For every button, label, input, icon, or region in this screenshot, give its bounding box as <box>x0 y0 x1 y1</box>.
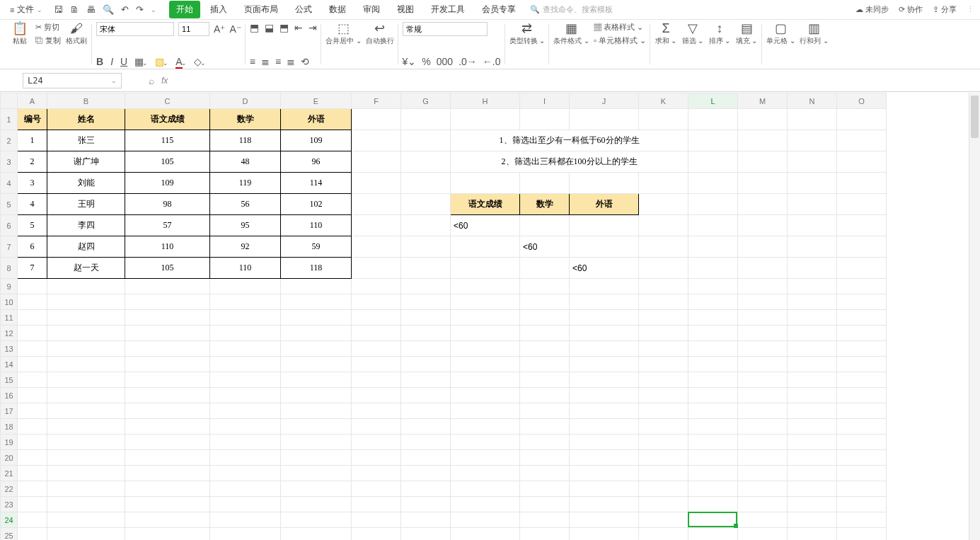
cell-K21[interactable] <box>639 466 688 481</box>
cell-M9[interactable] <box>738 279 788 294</box>
cell-A10[interactable] <box>18 294 47 310</box>
cell-I20[interactable] <box>520 450 570 466</box>
col-header-K[interactable]: K <box>639 93 688 109</box>
row-header-3[interactable]: 3 <box>1 151 18 173</box>
cell-C25[interactable] <box>125 528 210 541</box>
cell-B22[interactable] <box>47 481 125 497</box>
cell-I11[interactable] <box>520 310 570 326</box>
cell-N6[interactable] <box>788 215 837 236</box>
cell-K12[interactable] <box>639 326 688 341</box>
cell-N17[interactable] <box>788 403 837 419</box>
dec-dec-icon[interactable]: ←.0 <box>483 56 501 67</box>
cell-A6[interactable]: 5 <box>18 215 47 236</box>
cell-J13[interactable] <box>570 341 639 357</box>
cell-D8[interactable]: 110 <box>210 258 281 279</box>
cell-G25[interactable] <box>401 528 451 541</box>
cell-C23[interactable] <box>125 497 210 512</box>
cell-N20[interactable] <box>788 450 837 466</box>
cell-K19[interactable] <box>639 435 688 450</box>
cell-J1[interactable] <box>570 109 639 130</box>
undo-icon[interactable]: ↶ <box>121 4 129 15</box>
cell-J7[interactable] <box>570 236 639 258</box>
cell-G11[interactable] <box>401 310 451 326</box>
cell-F6[interactable] <box>352 215 401 236</box>
cell-A2[interactable]: 1 <box>18 130 47 151</box>
cell-I4[interactable] <box>520 173 570 194</box>
cell-H1[interactable] <box>451 109 520 130</box>
cell-L3[interactable] <box>688 151 738 173</box>
cell-F21[interactable] <box>352 466 401 481</box>
cell-O15[interactable] <box>837 372 887 388</box>
cell-N1[interactable] <box>788 109 837 130</box>
cell-A14[interactable] <box>18 357 47 372</box>
cell-C20[interactable] <box>125 450 210 466</box>
cell-D11[interactable] <box>210 310 281 326</box>
cell-H5[interactable]: 语文成绩 <box>451 194 520 215</box>
cell-B17[interactable] <box>47 403 125 419</box>
row-header-11[interactable]: 11 <box>1 310 18 326</box>
cell-E3[interactable]: 96 <box>281 151 352 173</box>
cell-F2[interactable] <box>352 130 401 151</box>
cell-G18[interactable] <box>401 419 451 435</box>
cell-H14[interactable] <box>451 357 520 372</box>
cell-E19[interactable] <box>281 435 352 450</box>
cell-I18[interactable] <box>520 419 570 435</box>
cell-K5[interactable] <box>639 194 688 215</box>
align-middle-icon[interactable]: ⬓ <box>265 22 274 33</box>
row-header-24[interactable]: 24 <box>1 512 18 528</box>
cell-H3[interactable]: 2、筛选出三科都在100分以上的学生 <box>451 151 688 173</box>
row-header-5[interactable]: 5 <box>1 194 18 215</box>
cell-I23[interactable] <box>520 497 570 512</box>
cell-A16[interactable] <box>18 388 47 403</box>
cell-I12[interactable] <box>520 326 570 341</box>
cell-A5[interactable]: 4 <box>18 194 47 215</box>
indent-left-icon[interactable]: ⇤ <box>294 22 303 33</box>
cell-C12[interactable] <box>125 326 210 341</box>
cell-L13[interactable] <box>688 341 738 357</box>
cell-L7[interactable] <box>688 236 738 258</box>
cell-H10[interactable] <box>451 294 520 310</box>
cell-E2[interactable]: 109 <box>281 130 352 151</box>
cell-C16[interactable] <box>125 388 210 403</box>
cell-D13[interactable] <box>210 341 281 357</box>
cell-L14[interactable] <box>688 357 738 372</box>
cell-C5[interactable]: 98 <box>125 194 210 215</box>
cell-A22[interactable] <box>18 481 47 497</box>
cell-B21[interactable] <box>47 466 125 481</box>
cell-B25[interactable] <box>47 528 125 541</box>
cell-H6[interactable]: <60 <box>451 215 520 236</box>
cell-K8[interactable] <box>639 258 688 279</box>
cell-H21[interactable] <box>451 466 520 481</box>
col-header-L[interactable]: L <box>688 93 738 109</box>
cell-L2[interactable] <box>688 130 738 151</box>
cell-O22[interactable] <box>837 481 887 497</box>
cell-I17[interactable] <box>520 403 570 419</box>
cell-J4[interactable] <box>570 173 639 194</box>
cell-E18[interactable] <box>281 419 352 435</box>
cell-C21[interactable] <box>125 466 210 481</box>
cell-H19[interactable] <box>451 435 520 450</box>
row-header-8[interactable]: 8 <box>1 258 18 279</box>
row-header-2[interactable]: 2 <box>1 130 18 151</box>
cell-M17[interactable] <box>738 403 788 419</box>
row-header-25[interactable]: 25 <box>1 528 18 541</box>
cell-L19[interactable] <box>688 435 738 450</box>
cell-E23[interactable] <box>281 497 352 512</box>
vertical-scrollbar[interactable] <box>969 93 980 540</box>
cell-G12[interactable] <box>401 326 451 341</box>
cell-C18[interactable] <box>125 419 210 435</box>
comma-icon[interactable]: 000 <box>437 56 453 67</box>
cell-B14[interactable] <box>47 357 125 372</box>
cell-F23[interactable] <box>352 497 401 512</box>
cell-H8[interactable] <box>451 258 520 279</box>
cell-F10[interactable] <box>352 294 401 310</box>
cell-M3[interactable] <box>738 151 788 173</box>
cell-H24[interactable] <box>451 512 520 528</box>
cell-O17[interactable] <box>837 403 887 419</box>
cell-D19[interactable] <box>210 435 281 450</box>
scrollbar-thumb[interactable] <box>971 96 979 138</box>
cell-K16[interactable] <box>639 388 688 403</box>
cell-B2[interactable]: 张三 <box>47 130 125 151</box>
row-header-23[interactable]: 23 <box>1 497 18 512</box>
cell-L16[interactable] <box>688 388 738 403</box>
